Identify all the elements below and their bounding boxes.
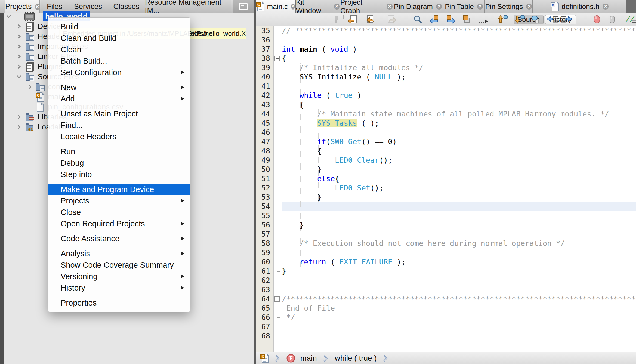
menu-item-close[interactable]: Close <box>48 206 190 218</box>
menu-item-batch-build[interactable]: Batch Build... <box>48 55 190 67</box>
shift-right-icon[interactable] <box>561 14 572 24</box>
menu-item-add[interactable]: Add <box>48 93 190 104</box>
tree-expand-icon[interactable] <box>16 54 22 59</box>
start-macro-icon[interactable] <box>607 14 618 24</box>
close-tab-icon[interactable]: ✕ <box>477 4 483 10</box>
editor-tab-pin-table[interactable]: Pin Table✕ <box>443 0 485 13</box>
code-line: LED0_Clear(); <box>282 156 392 165</box>
editor-tab-definitions-h[interactable]: hdefinitions.h✕ <box>533 0 626 13</box>
breadcrumb-chevron-icon <box>322 354 330 363</box>
menu-item-open-required-projects[interactable]: Open Required Projects <box>48 218 190 229</box>
close-tab-icon[interactable]: ✕ <box>436 4 442 10</box>
find-previous-icon[interactable] <box>429 14 440 24</box>
menu-item-projects[interactable]: Projects <box>48 195 190 206</box>
function-icon[interactable]: F <box>286 354 295 363</box>
code-line: SYS_Tasks ( ); <box>282 119 379 128</box>
comment-icon[interactable]: // <box>626 14 636 24</box>
menu-item-unset-as-main-project[interactable]: Unset as Main Project <box>48 108 190 119</box>
menu-item-debug[interactable]: Debug <box>48 157 190 169</box>
breadcrumb-item[interactable]: main <box>300 354 317 363</box>
find-next-icon[interactable] <box>446 14 456 24</box>
folder-doc-icon <box>25 72 35 83</box>
c-file-icon[interactable]: C <box>260 353 269 363</box>
code-segment <box>282 137 317 146</box>
fold-collapse-box[interactable] <box>274 56 280 61</box>
menu-item-set-configuration[interactable]: Set Configuration <box>48 67 190 78</box>
menu-item-label: New <box>61 83 76 92</box>
editor-tab-label: definitions.h <box>562 2 600 11</box>
shift-left-icon[interactable] <box>547 14 558 24</box>
line-number: 38 <box>261 54 270 63</box>
menu-item-properties[interactable]: Properties <box>48 297 190 309</box>
menu-item-new[interactable]: New <box>48 82 190 93</box>
close-tab-icon[interactable]: ✕ <box>526 4 532 10</box>
menu-item-clean[interactable]: Clean <box>48 44 190 55</box>
close-tab-icon[interactable]: ✕ <box>291 4 295 10</box>
line-number: 35 <box>261 26 270 35</box>
submenu-arrow-icon <box>181 221 184 226</box>
submenu-arrow-icon <box>181 274 184 279</box>
tree-expand-icon[interactable] <box>16 64 22 69</box>
menu-item-label: Projects <box>61 196 89 205</box>
tree-collapse-icon[interactable] <box>16 74 22 79</box>
editor-tab-pin-settings[interactable]: Pin Settings✕ <box>485 0 533 13</box>
toggle-bookmark-icon[interactable] <box>530 14 541 24</box>
tree-expand-icon[interactable] <box>16 44 22 49</box>
menu-item-make-and-program-device[interactable]: Make and Program Device <box>48 184 190 195</box>
panel-divider[interactable] <box>254 0 256 364</box>
line-number: 39 <box>261 63 270 72</box>
code-line: /* Maintain state machines of all polled… <box>282 109 609 119</box>
tree-collapse-icon[interactable] <box>6 14 11 19</box>
menu-item-history[interactable]: History <box>48 282 190 294</box>
breadcrumb-item[interactable]: while ( true ) <box>335 354 377 363</box>
code-line: } <box>282 220 304 230</box>
tree-expand-icon[interactable] <box>16 114 22 120</box>
menu-item-clean-and-build[interactable]: Clean and Build <box>48 32 190 44</box>
tree-expand-icon[interactable] <box>16 34 22 39</box>
editor-tab-project-graph[interactable]: Project Graph✕ <box>340 0 393 13</box>
menu-item-label: Clean and Build <box>61 34 116 43</box>
toggle-highlight-icon[interactable] <box>462 14 473 24</box>
menu-item-analysis[interactable]: Analysis <box>48 248 190 259</box>
menu-item-code-assistance[interactable]: Code Assistance <box>48 233 190 244</box>
folder-doc-icon <box>25 52 35 63</box>
toolbar-separator <box>623 15 624 23</box>
fold-collapse-box[interactable] <box>274 296 280 302</box>
tree-expand-icon[interactable] <box>16 124 22 130</box>
code-segment: () == 0) <box>362 137 397 146</box>
next-bookmark-icon[interactable] <box>514 14 525 24</box>
last-edit-icon[interactable] <box>347 14 358 24</box>
close-tab-icon[interactable]: ✕ <box>35 4 39 10</box>
menu-item-step-into[interactable]: Step into <box>48 169 190 180</box>
code-segment: ( <box>317 45 331 53</box>
menu-item-versioning[interactable]: Versioning <box>48 271 190 282</box>
menu-separator <box>48 106 190 106</box>
menu-item-locate-headers[interactable]: Locate Headers <box>48 131 190 142</box>
menu-item-show-code-coverage-summary[interactable]: Show Code Coverage Summary <box>48 259 190 271</box>
code-line: /* Execution should not come here during… <box>282 239 565 248</box>
line-number: 66 <box>261 313 270 322</box>
back-icon[interactable] <box>365 14 375 24</box>
code-segment: } <box>282 165 322 174</box>
close-tab-icon[interactable]: ✕ <box>334 4 340 10</box>
editor-tab-main-c[interactable]: Cmain.c✕ <box>256 0 295 13</box>
line-number: 48 <box>261 146 270 156</box>
menu-item-build[interactable]: Build <box>48 21 190 32</box>
tree-expand-icon[interactable] <box>27 84 33 90</box>
close-tab-icon[interactable]: ✕ <box>387 4 393 10</box>
submenu-arrow-icon <box>181 286 184 290</box>
menu-item-run[interactable]: Run <box>48 146 190 157</box>
menu-item-find[interactable]: Find... <box>48 119 190 131</box>
editor-tabbar: Cmain.c✕Kit Window✕Project Graph✕Pin Dia… <box>256 0 636 13</box>
code-segment: { <box>335 174 339 183</box>
code-editor[interactable]: 3536373839404142434445464748495051525354… <box>256 26 636 352</box>
rectangular-selection-icon[interactable] <box>477 14 488 24</box>
previous-bookmark-icon[interactable] <box>497 14 508 24</box>
tree-expand-icon[interactable] <box>16 24 22 29</box>
editor-tab-pin-diagram[interactable]: Pin Diagram✕ <box>393 0 443 13</box>
stop-macro-icon[interactable] <box>592 14 603 24</box>
svg-text:01: 01 <box>28 127 33 132</box>
find-selection-icon[interactable] <box>412 14 423 24</box>
editor-tab-kit-window[interactable]: Kit Window✕ <box>296 0 340 13</box>
close-tab-icon[interactable]: ✕ <box>603 4 609 10</box>
